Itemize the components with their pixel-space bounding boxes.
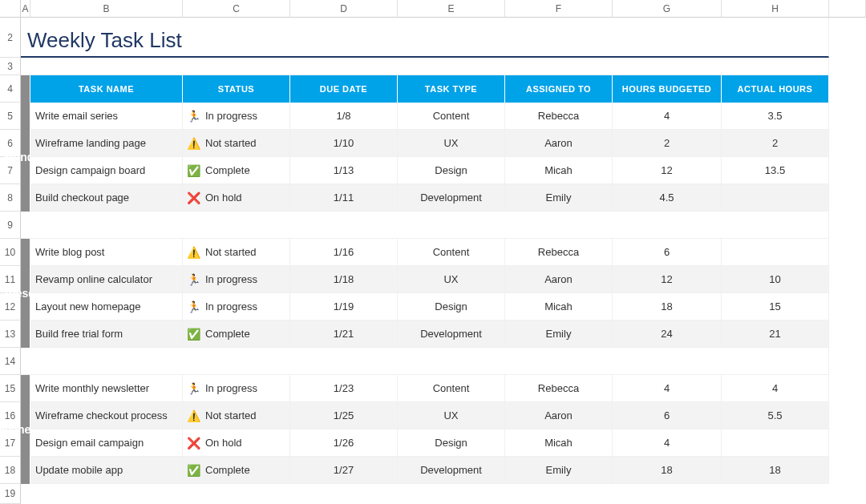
column-header-d[interactable]: D	[290, 0, 398, 18]
assigned-to-cell[interactable]: Micah	[505, 157, 613, 184]
task-type-cell[interactable]: Development	[398, 457, 505, 484]
column-header-e[interactable]: E	[398, 0, 505, 18]
hours-budgeted-cell[interactable]: 12	[613, 266, 722, 293]
hours-budgeted-cell[interactable]: 4.5	[613, 184, 722, 212]
actual-hours-cell[interactable]: 2	[722, 130, 829, 157]
task-status-cell[interactable]: ❌On hold	[183, 184, 290, 212]
actual-hours-cell[interactable]: 21	[722, 321, 829, 348]
task-type-cell[interactable]: UX	[398, 402, 505, 429]
actual-hours-cell[interactable]: 10	[722, 266, 829, 293]
actual-hours-cell[interactable]: 15	[722, 293, 829, 321]
task-status-cell[interactable]: ⚠️Not started	[183, 130, 290, 157]
task-status-cell[interactable]: ❌On hold	[183, 429, 290, 457]
task-type-cell[interactable]: Content	[398, 375, 505, 402]
task-type-cell[interactable]: Design	[398, 157, 505, 184]
due-date-cell[interactable]: 1/26	[290, 429, 398, 457]
task-status-cell[interactable]: ✅Complete	[183, 457, 290, 484]
task-type-cell[interactable]: Content	[398, 103, 505, 130]
task-type-cell[interactable]: Design	[398, 429, 505, 457]
task-status-cell[interactable]: 🏃In progress	[183, 293, 290, 321]
row-header-5[interactable]: 5	[0, 103, 21, 130]
task-name-cell[interactable]: Revamp online calculator	[30, 266, 183, 293]
task-type-cell[interactable]: Content	[398, 239, 505, 266]
assigned-to-cell[interactable]: Rebecca	[505, 239, 613, 266]
actual-hours-cell[interactable]: 5.5	[722, 402, 829, 429]
assigned-to-cell[interactable]: Emily	[505, 321, 613, 348]
row-header-2[interactable]: 2	[0, 18, 21, 58]
assigned-to-cell[interactable]: Emily	[505, 457, 613, 484]
actual-hours-cell[interactable]	[722, 184, 829, 212]
assigned-to-cell[interactable]: Micah	[505, 429, 613, 457]
due-date-cell[interactable]: 1/13	[290, 157, 398, 184]
row-header-3[interactable]: 3	[0, 58, 21, 75]
task-status-cell[interactable]: 🏃In progress	[183, 375, 290, 402]
task-status-cell[interactable]: 🏃In progress	[183, 103, 290, 130]
task-name-cell[interactable]: Write email series	[30, 103, 183, 130]
task-type-cell[interactable]: UX	[398, 266, 505, 293]
task-name-cell[interactable]: Layout new homepage	[30, 293, 183, 321]
assigned-to-cell[interactable]: Rebecca	[505, 103, 613, 130]
column-header-f[interactable]: F	[505, 0, 613, 18]
hours-budgeted-cell[interactable]: 4	[613, 429, 722, 457]
task-status-cell[interactable]: ✅Complete	[183, 157, 290, 184]
assigned-to-cell[interactable]: Aaron	[505, 130, 613, 157]
hours-budgeted-cell[interactable]: 18	[613, 457, 722, 484]
task-name-cell[interactable]: Wireframe checkout process	[30, 402, 183, 429]
column-header-c[interactable]: C	[183, 0, 290, 18]
select-all-corner[interactable]	[0, 0, 21, 18]
due-date-cell[interactable]: 1/23	[290, 375, 398, 402]
task-status-cell[interactable]: ⚠️Not started	[183, 402, 290, 429]
due-date-cell[interactable]: 1/11	[290, 184, 398, 212]
due-date-cell[interactable]: 1/16	[290, 239, 398, 266]
hours-budgeted-cell[interactable]: 18	[613, 293, 722, 321]
task-name-cell[interactable]: Write monthly newsletter	[30, 375, 183, 402]
actual-hours-cell[interactable]	[722, 429, 829, 457]
row-header-13[interactable]: 13	[0, 321, 21, 348]
assigned-to-cell[interactable]: Rebecca	[505, 375, 613, 402]
row-header-19[interactable]: 19	[0, 484, 21, 504]
assigned-to-cell[interactable]: Aaron	[505, 402, 613, 429]
row-header-18[interactable]: 18	[0, 457, 21, 484]
hours-budgeted-cell[interactable]: 24	[613, 321, 722, 348]
actual-hours-cell[interactable]: 18	[722, 457, 829, 484]
column-header-a[interactable]: A	[21, 0, 30, 18]
actual-hours-cell[interactable]: 3.5	[722, 103, 829, 130]
due-date-cell[interactable]: 1/25	[290, 402, 398, 429]
row-header-10[interactable]: 10	[0, 239, 21, 266]
column-header-b[interactable]: B	[30, 0, 183, 18]
task-type-cell[interactable]: Development	[398, 321, 505, 348]
task-type-cell[interactable]: Development	[398, 184, 505, 212]
due-date-cell[interactable]: 1/18	[290, 266, 398, 293]
due-date-cell[interactable]: 1/19	[290, 293, 398, 321]
task-name-cell[interactable]: Wireframe landing page	[30, 130, 183, 157]
assigned-to-cell[interactable]: Aaron	[505, 266, 613, 293]
row-header-8[interactable]: 8	[0, 184, 21, 212]
task-name-cell[interactable]: Build free trial form	[30, 321, 183, 348]
due-date-cell[interactable]: 1/21	[290, 321, 398, 348]
column-header-g[interactable]: G	[613, 0, 722, 18]
task-type-cell[interactable]: Design	[398, 293, 505, 321]
actual-hours-cell[interactable]: 13.5	[722, 157, 829, 184]
task-name-cell[interactable]: Design email campaign	[30, 429, 183, 457]
row-header-9[interactable]: 9	[0, 212, 21, 239]
hours-budgeted-cell[interactable]: 6	[613, 239, 722, 266]
due-date-cell[interactable]: 1/27	[290, 457, 398, 484]
hours-budgeted-cell[interactable]: 12	[613, 157, 722, 184]
assigned-to-cell[interactable]: Micah	[505, 293, 613, 321]
task-status-cell[interactable]: 🏃In progress	[183, 266, 290, 293]
task-name-cell[interactable]: Write blog post	[30, 239, 183, 266]
due-date-cell[interactable]: 1/10	[290, 130, 398, 157]
task-type-cell[interactable]: UX	[398, 130, 505, 157]
row-header-14[interactable]: 14	[0, 348, 21, 375]
row-header-15[interactable]: 15	[0, 375, 21, 402]
hours-budgeted-cell[interactable]: 6	[613, 402, 722, 429]
hours-budgeted-cell[interactable]: 4	[613, 103, 722, 130]
actual-hours-cell[interactable]	[722, 239, 829, 266]
due-date-cell[interactable]: 1/8	[290, 103, 398, 130]
task-status-cell[interactable]: ✅Complete	[183, 321, 290, 348]
assigned-to-cell[interactable]: Emily	[505, 184, 613, 212]
actual-hours-cell[interactable]: 4	[722, 375, 829, 402]
task-name-cell[interactable]: Update mobile app	[30, 457, 183, 484]
task-name-cell[interactable]: Design campaign board	[30, 157, 183, 184]
task-status-cell[interactable]: ⚠️Not started	[183, 239, 290, 266]
